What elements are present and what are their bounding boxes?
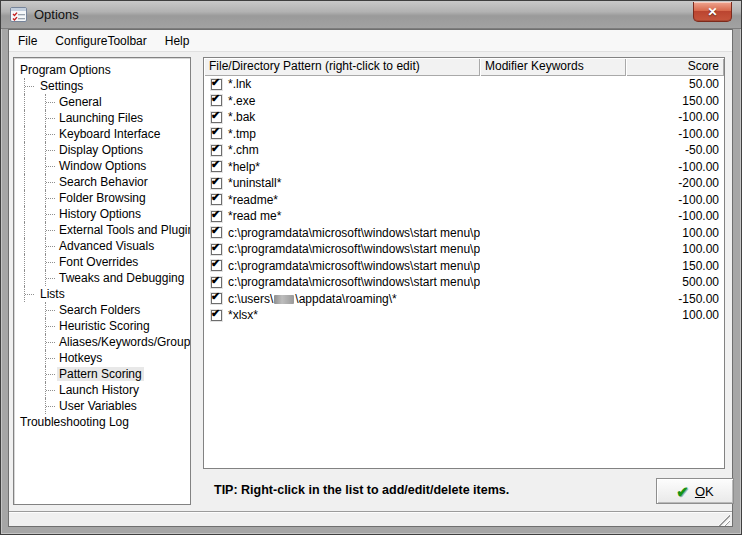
tree-item-label: Window Options	[57, 159, 148, 173]
pattern-row[interactable]: ✔c:\programdata\microsoft\windows\start …	[204, 225, 724, 242]
pattern-checkbox[interactable]: ✔	[211, 178, 222, 189]
close-button[interactable]: ✕	[693, 2, 732, 22]
menu-item-help[interactable]: Help	[156, 31, 199, 51]
tree-item-folder-browsing[interactable]: Folder Browsing	[14, 190, 190, 206]
tree-item-external-tools-and-plugins[interactable]: External Tools and Plugins	[14, 222, 190, 238]
tree-connector	[46, 342, 55, 343]
tree-item-history-options[interactable]: History Options	[14, 206, 190, 222]
tree-item-window-options[interactable]: Window Options	[14, 158, 190, 174]
menu-item-file[interactable]: File	[9, 31, 46, 51]
tree-item-hotkeys[interactable]: Hotkeys	[14, 350, 190, 366]
column-header-modifier-keywords[interactable]: Modifier Keywords	[480, 58, 626, 76]
pattern-checkbox[interactable]: ✔	[211, 145, 222, 156]
pattern-row[interactable]: ✔c:\programdata\microsoft\windows\start …	[204, 274, 724, 291]
pattern-row[interactable]: ✔*.bak-100.00	[204, 109, 724, 126]
pattern-row[interactable]: ✔*help*-100.00	[204, 159, 724, 176]
tree-item-settings[interactable]: Settings	[14, 78, 190, 94]
pattern-row[interactable]: ✔c:\programdata\microsoft\windows\start …	[204, 258, 724, 275]
tree-item-advanced-visuals[interactable]: Advanced Visuals	[14, 238, 190, 254]
tree-item-tweaks-and-debugging[interactable]: Tweaks and Debugging	[14, 270, 190, 286]
pattern-row[interactable]: ✔*.exe150.00	[204, 93, 724, 110]
tree-item-keyboard-interface[interactable]: Keyboard Interface	[14, 126, 190, 142]
tree-connector	[46, 134, 55, 135]
checkmark-icon: ✔	[211, 308, 220, 319]
pattern-row[interactable]: ✔*uninstall*-200.00	[204, 175, 724, 192]
pattern-checkbox[interactable]: ✔	[211, 95, 222, 106]
tree-guide-line	[24, 158, 25, 174]
pattern-checkbox[interactable]: ✔	[211, 260, 222, 271]
tree-item-troubleshooting-log[interactable]: Troubleshooting Log	[14, 414, 190, 430]
pattern-checkbox[interactable]: ✔	[211, 310, 222, 321]
tree-connector	[46, 310, 55, 311]
tree-item-heuristic-scoring[interactable]: Heuristic Scoring	[14, 318, 190, 334]
tree-item-lists[interactable]: Lists	[14, 286, 190, 302]
tree-item-search-behavior[interactable]: Search Behavior	[14, 174, 190, 190]
tree-item-launching-files[interactable]: Launching Files	[14, 110, 190, 126]
tree-item-display-options[interactable]: Display Options	[14, 142, 190, 158]
tree-item-font-overrides[interactable]: Font Overrides	[14, 254, 190, 270]
resize-grip-icon[interactable]	[718, 514, 730, 526]
score-cell: 100.00	[626, 308, 724, 322]
score-cell: 150.00	[626, 94, 724, 108]
check-icon: ✔	[676, 484, 689, 499]
score-cell: 100.00	[626, 242, 724, 256]
pattern-cell: ✔*xlsx*	[204, 308, 480, 322]
tree-item-aliases-keywords-groups[interactable]: Aliases/Keywords/Groups	[14, 334, 190, 350]
checkmark-icon: ✔	[211, 94, 220, 105]
score-cell: 50.00	[626, 77, 724, 91]
titlebar[interactable]: Options ✕	[1, 1, 741, 29]
checkmark-icon: ✔	[211, 110, 220, 121]
tree-connector	[46, 230, 55, 231]
tree-item-label: User Variables	[57, 399, 139, 413]
pattern-checkbox[interactable]: ✔	[211, 211, 222, 222]
score-cell: -100.00	[626, 110, 724, 124]
pattern-checkbox[interactable]: ✔	[211, 293, 222, 304]
tree-item-launch-history[interactable]: Launch History	[14, 382, 190, 398]
tree-connector	[46, 246, 55, 247]
pattern-cell: ✔c:\programdata\microsoft\windows\start …	[204, 259, 480, 273]
tree-item-label: Lists	[38, 287, 67, 301]
tree-item-label: Search Behavior	[57, 175, 150, 189]
score-cell: -100.00	[626, 209, 724, 223]
pattern-checkbox[interactable]: ✔	[211, 112, 222, 123]
pattern-row[interactable]: ✔*.chm-50.00	[204, 142, 724, 159]
pattern-cell: ✔c:\programdata\microsoft\windows\start …	[204, 275, 480, 289]
pattern-row[interactable]: ✔*read me*-100.00	[204, 208, 724, 225]
tree-guide-line	[24, 270, 25, 286]
tree-connector	[46, 102, 55, 103]
pattern-row[interactable]: ✔c:\users\\appdata\roaming\*-150.00	[204, 291, 724, 308]
list-body[interactable]: ✔*.lnk50.00✔*.exe150.00✔*.bak-100.00✔*.t…	[204, 76, 724, 468]
tree-item-pattern-scoring[interactable]: Pattern Scoring	[14, 366, 190, 382]
column-header-score[interactable]: Score	[626, 58, 724, 76]
tree-item-user-variables[interactable]: User Variables	[14, 398, 190, 414]
tree-guide-line	[24, 94, 25, 110]
tip-label: TIP: Right-click in the list to add/edit…	[214, 483, 509, 497]
pattern-row[interactable]: ✔*xlsx*100.00	[204, 307, 724, 324]
pattern-row[interactable]: ✔*.lnk50.00	[204, 76, 724, 93]
pattern-checkbox[interactable]: ✔	[211, 227, 222, 238]
pattern-label: *.lnk	[228, 77, 251, 91]
tree-connector	[46, 118, 55, 119]
pattern-checkbox[interactable]: ✔	[211, 79, 222, 90]
pattern-checkbox[interactable]: ✔	[211, 194, 222, 205]
ok-button[interactable]: ✔ OK	[656, 478, 734, 504]
tree-item-label: External Tools and Plugins	[57, 223, 191, 237]
pattern-label: *.chm	[228, 143, 259, 157]
menu-item-configuretoolbar[interactable]: ConfigureToolbar	[46, 31, 155, 51]
pattern-checkbox[interactable]: ✔	[211, 244, 222, 255]
pattern-checkbox[interactable]: ✔	[211, 161, 222, 172]
checkmark-icon: ✔	[211, 292, 220, 303]
tree-item-general[interactable]: General	[14, 94, 190, 110]
checkmark-icon: ✔	[211, 226, 220, 237]
tree-item-program-options[interactable]: Program Options	[14, 62, 190, 78]
tree-item-search-folders[interactable]: Search Folders	[14, 302, 190, 318]
checkmark-icon: ✔	[211, 176, 220, 187]
pattern-row[interactable]: ✔*.tmp-100.00	[204, 126, 724, 143]
pattern-checkbox[interactable]: ✔	[211, 277, 222, 288]
pattern-row[interactable]: ✔c:\programdata\microsoft\windows\start …	[204, 241, 724, 258]
tree-connector	[46, 406, 55, 407]
column-header-pattern[interactable]: File/Directory Pattern (right-click to e…	[204, 58, 480, 76]
pattern-checkbox[interactable]: ✔	[211, 128, 222, 139]
pattern-row[interactable]: ✔*readme*-100.00	[204, 192, 724, 209]
pattern-cell: ✔*.exe	[204, 94, 480, 108]
